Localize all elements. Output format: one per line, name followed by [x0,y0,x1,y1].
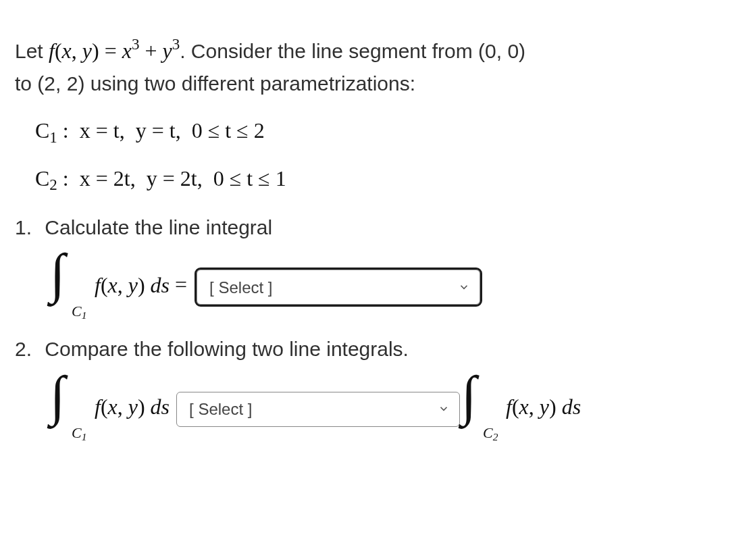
intro-period: . [180,40,191,62]
q1-answer-select[interactable]: [ Select ] [197,270,480,305]
int-lower-c: C [72,424,82,441]
int-lower-c: C [72,303,82,320]
question-1: 1. Calculate the line integral ∫ C1 f(x,… [15,212,735,315]
integral-symbol: ∫ C1 [55,259,86,315]
term1-base: x [122,39,132,63]
param-c2: C2 : x = 2t, y = 2t, 0 ≤ t ≤ 1 [35,162,735,197]
term2-base: y [162,39,172,63]
int-lower-c: C [483,424,493,441]
integral-symbol: ∫ C1 [55,382,86,437]
int-lower-sub: 1 [82,309,87,320]
intro-rest-2: to (2, 2) using two different parametriz… [15,72,415,95]
q1-select-placeholder: [ Select ] [209,275,272,300]
term1-exp: 3 [132,35,140,53]
integral-symbol: ∫ C2 [467,382,498,437]
q1-equals: = [175,273,187,297]
int-lower-sub: 1 [82,431,87,442]
q2-text: Compare the following two line integrals… [45,338,409,360]
q2-left-integral: ∫ C1 f(x, y) ds [55,382,170,437]
q1-text: Calculate the line integral [45,216,272,238]
q1-integral-row: ∫ C1 f(x, y) ds = [ Select ] [55,259,735,315]
q2-compare-select[interactable]: [ Select ] [176,392,460,427]
intro-let: Let [15,40,49,62]
intro-rest-1: Consider the line segment from (0, 0) [191,40,525,62]
chevron-down-icon [458,275,470,300]
q1-integral-expr: ∫ C1 f(x, y) ds = [55,259,187,315]
q2-number: 2. [15,334,39,365]
q2-select-placeholder: [ Select ] [189,397,252,422]
chevron-down-icon [438,397,450,422]
q1-number: 1. [15,212,39,244]
eq-sign: = [99,39,122,63]
question-page: Let f(x, y) = x3 + y3. Consider the line… [0,0,749,457]
term2-exp: 3 [172,35,180,53]
intro-paragraph: Let f(x, y) = x3 + y3. Consider the line… [15,32,735,99]
func-def: f(x, y) = x3 + y3 [49,39,180,63]
q2-right-integral: ∫ C2 f(x, y) ds [467,382,581,437]
parametrizations: C1 : x = t, y = t, 0 ≤ t ≤ 2 C2 : x = 2t… [35,114,735,197]
q2-integral-row: ∫ C1 f(x, y) ds [ Select ] ∫ C2 f(x, y) … [55,382,735,437]
plus-sign: + [139,39,162,63]
int-lower-sub: 2 [493,431,498,442]
param-c1: C1 : x = t, y = t, 0 ≤ t ≤ 2 [35,114,735,149]
question-2: 2. Compare the following two line integr… [15,334,735,437]
